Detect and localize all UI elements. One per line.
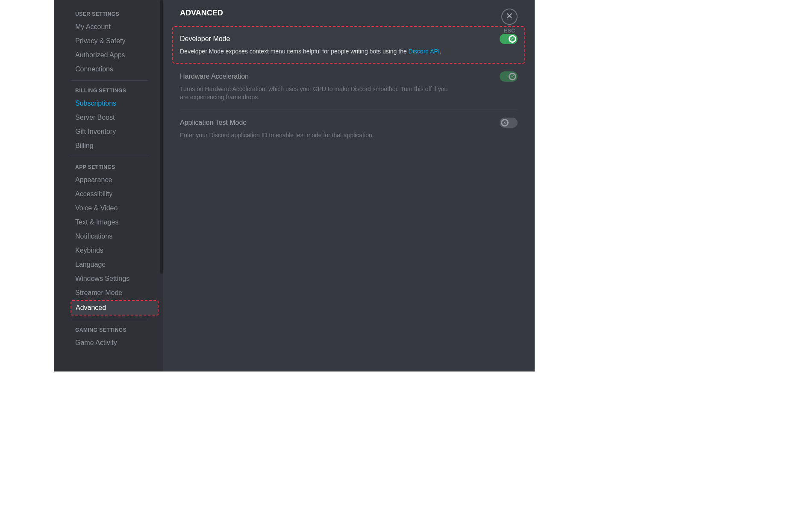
sidebar-item-gift-inventory[interactable]: Gift Inventory bbox=[71, 125, 159, 139]
sidebar-item-authorized-apps[interactable]: Authorized Apps bbox=[71, 48, 159, 62]
toggle-developer-mode[interactable] bbox=[500, 34, 518, 44]
sidebar-item-advanced[interactable]: Advanced bbox=[71, 301, 158, 315]
sidebar-divider bbox=[71, 80, 148, 81]
esc-label: ESC bbox=[501, 27, 518, 34]
sidebar-item-streamer-mode[interactable]: Streamer Mode bbox=[71, 286, 159, 300]
sidebar-header-app-settings: APP SETTINGS bbox=[75, 162, 159, 173]
sidebar-item-privacy-safety[interactable]: Privacy & Safety bbox=[71, 34, 159, 48]
check-icon bbox=[509, 35, 516, 43]
sidebar-item-appearance[interactable]: Appearance bbox=[71, 173, 159, 187]
setting-application-test-mode: Application Test Mode Enter your Discord… bbox=[180, 110, 518, 147]
check-icon bbox=[509, 73, 516, 80]
page-title: ADVANCED bbox=[180, 9, 518, 18]
settings-window: USER SETTINGS My Account Privacy & Safet… bbox=[54, 0, 535, 371]
sidebar-item-windows-settings[interactable]: Windows Settings bbox=[71, 272, 159, 286]
sidebar-item-accessibility[interactable]: Accessibility bbox=[71, 187, 159, 201]
sidebar-item-server-boost[interactable]: Server Boost bbox=[71, 111, 159, 124]
sidebar-item-my-account[interactable]: My Account bbox=[71, 20, 159, 34]
setting-title-application-test-mode: Application Test Mode bbox=[180, 119, 247, 127]
x-icon bbox=[501, 119, 509, 127]
discord-api-link[interactable]: Discord API bbox=[409, 48, 440, 55]
sidebar-item-notifications[interactable]: Notifications bbox=[71, 230, 159, 243]
highlight-box-sidebar: Advanced bbox=[71, 300, 159, 315]
sidebar-item-connections[interactable]: Connections bbox=[71, 62, 159, 76]
setting-desc-application-test-mode: Enter your Discord application ID to ena… bbox=[180, 131, 453, 140]
close-icon bbox=[506, 12, 513, 21]
sidebar-item-keybinds[interactable]: Keybinds bbox=[71, 244, 159, 257]
setting-title-hardware-acceleration: Hardware Acceleration bbox=[180, 73, 249, 80]
sidebar-header-gaming-settings: GAMING SETTINGS bbox=[75, 324, 159, 336]
close-area: ESC bbox=[501, 9, 518, 34]
setting-desc-developer-mode: Developer Mode exposes context menu item… bbox=[180, 47, 453, 56]
sidebar-divider bbox=[71, 320, 148, 320]
sidebar-header-billing-settings: BILLING SETTINGS bbox=[75, 85, 159, 96]
settings-sidebar: USER SETTINGS My Account Privacy & Safet… bbox=[54, 0, 163, 371]
setting-title-developer-mode: Developer Mode bbox=[180, 35, 230, 43]
toggle-hardware-acceleration[interactable] bbox=[500, 71, 518, 82]
sidebar-item-voice-video[interactable]: Voice & Video bbox=[71, 201, 159, 215]
sidebar-header-user-settings: USER SETTINGS bbox=[75, 9, 159, 20]
sidebar-item-game-activity[interactable]: Game Activity bbox=[71, 336, 159, 350]
sidebar-divider bbox=[71, 157, 148, 157]
sidebar-item-billing[interactable]: Billing bbox=[71, 139, 159, 153]
sidebar-item-language[interactable]: Language bbox=[71, 258, 159, 271]
close-button[interactable] bbox=[501, 9, 518, 25]
setting-hardware-acceleration: Hardware Acceleration Turns on Hardware … bbox=[180, 64, 518, 110]
highlight-box-developer-mode: Developer Mode Developer Mode exposes co… bbox=[172, 26, 525, 64]
sidebar-item-subscriptions[interactable]: Subscriptions bbox=[71, 97, 159, 110]
settings-main: ADVANCED ESC Developer Mode Developer Mo… bbox=[163, 0, 535, 371]
sidebar-item-text-images[interactable]: Text & Images bbox=[71, 215, 159, 229]
toggle-application-test-mode[interactable] bbox=[500, 118, 518, 128]
setting-desc-hardware-acceleration: Turns on Hardware Acceleration, which us… bbox=[180, 85, 453, 102]
